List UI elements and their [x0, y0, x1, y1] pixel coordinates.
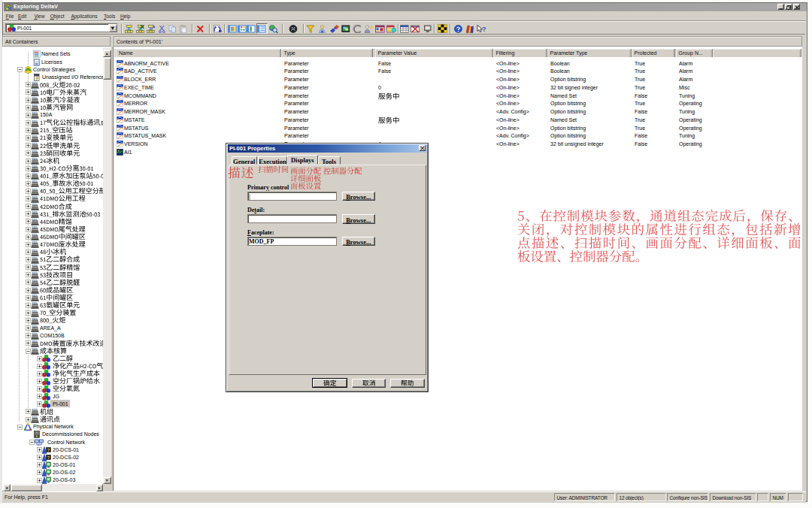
svg-text:?: ?	[47, 455, 50, 460]
svg-text:?: ?	[482, 26, 486, 33]
svg-text:?: ?	[47, 448, 50, 452]
